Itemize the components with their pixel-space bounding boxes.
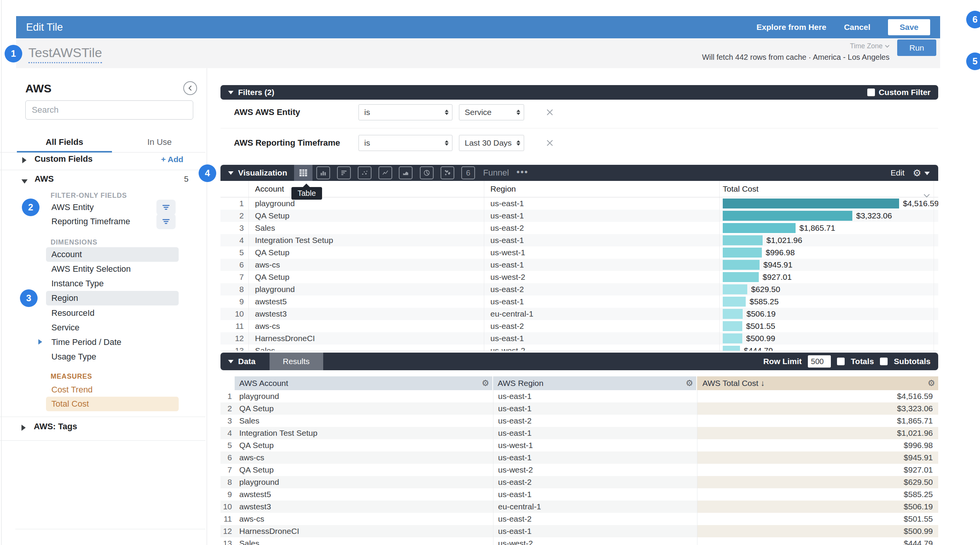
filters-section-header[interactable]: Filters (2) Custom Filter bbox=[220, 85, 938, 100]
table-row[interactable]: 3Salesus-east-2$1,865.71 bbox=[220, 415, 938, 427]
table-row[interactable]: 8playgroundus-east-2$629.50 bbox=[220, 476, 938, 488]
gear-icon[interactable]: ⚙ bbox=[913, 165, 921, 181]
viz-type-pie-chart-button[interactable] bbox=[420, 166, 434, 179]
viz-type-column-chart-button[interactable] bbox=[316, 166, 330, 179]
table-row[interactable]: 6aws-csus-east-1$945.91 bbox=[220, 451, 938, 464]
explore-from-here-button[interactable]: Explore from Here bbox=[756, 23, 826, 32]
table-row[interactable]: 4Integration Test Setupus-east-1$1,021.9… bbox=[220, 427, 938, 439]
viz-col-account[interactable]: Account bbox=[248, 181, 484, 197]
tab-in-use[interactable]: In Use bbox=[112, 132, 207, 153]
table-row[interactable]: 7QA Setupus-west-2$927.01 bbox=[220, 271, 938, 283]
table-row[interactable]: 8playgroundus-east-2$629.50 bbox=[220, 283, 938, 295]
table-row[interactable]: 1playgroundus-east-1$4,516.59 bbox=[220, 197, 938, 210]
filter-field-label: AWS AWS Entity bbox=[234, 103, 300, 122]
custom-filter-checkbox[interactable] bbox=[867, 89, 875, 96]
region-cell: us-east-1 bbox=[484, 210, 719, 222]
collapse-sidebar-button[interactable] bbox=[183, 81, 197, 95]
viz-type-bar-chart-button[interactable] bbox=[337, 166, 351, 179]
table-row[interactable]: 3Salesus-east-2$1,865.71 bbox=[220, 222, 938, 234]
custom-fields-expand-icon[interactable] bbox=[22, 156, 26, 165]
table-row[interactable]: 2QA Setupus-east-1$3,323.06 bbox=[220, 210, 938, 222]
sidebar-item-service[interactable]: Service bbox=[46, 320, 179, 335]
viz-settings-caret-icon[interactable] bbox=[924, 172, 930, 175]
totals-checkbox[interactable] bbox=[837, 358, 845, 365]
filter-toggle-reporting-timeframe[interactable] bbox=[156, 214, 176, 229]
viz-type-table-button[interactable] bbox=[294, 165, 312, 181]
filter-operator-select[interactable]: is bbox=[358, 135, 452, 151]
viz-col-region[interactable]: Region bbox=[484, 181, 719, 197]
table-row[interactable]: 11aws-csus-east-2$501.55 bbox=[220, 513, 938, 525]
table-row[interactable]: 12HarnessDroneCIus-east-1$500.99 bbox=[220, 525, 938, 537]
remove-filter-button[interactable] bbox=[542, 135, 558, 151]
data-section-header[interactable]: Data Results Row Limit Totals Subtotals bbox=[220, 353, 938, 370]
region-cell: us-east-2 bbox=[484, 283, 719, 295]
table-row[interactable]: 6aws-csus-east-1$945.91 bbox=[220, 259, 938, 271]
sidebar-item-cost-trend[interactable]: Cost Trend bbox=[46, 382, 179, 397]
sidebar-item-region[interactable]: Region bbox=[46, 291, 179, 305]
sidebar-group-aws-tags[interactable]: AWS: Tags bbox=[34, 422, 77, 432]
row-limit-input[interactable] bbox=[808, 355, 831, 368]
gear-icon[interactable]: ⚙ bbox=[686, 376, 693, 390]
viz-type-map-button[interactable] bbox=[441, 166, 454, 179]
table-row[interactable]: 4Integration Test Setupus-east-1$1,021.9… bbox=[220, 234, 938, 246]
data-col-aws-region[interactable]: AWS Region⚙ bbox=[493, 376, 697, 390]
viz-type-single-value-button[interactable]: 6 bbox=[461, 166, 475, 179]
filter-toggle-aws-entity[interactable] bbox=[156, 200, 176, 215]
time-zone-dropdown[interactable]: Time Zone bbox=[850, 42, 890, 50]
cost-value: $1,021.96 bbox=[766, 234, 802, 246]
table-row[interactable]: 9awstest5us-east-1$585.25 bbox=[220, 295, 938, 308]
custom-fields-group[interactable]: Custom Fields bbox=[35, 154, 93, 164]
save-button[interactable]: Save bbox=[888, 19, 930, 35]
table-row[interactable]: 7QA Setupus-west-2$927.01 bbox=[220, 464, 938, 476]
visualization-section-header[interactable]: Visualization 6 Funnel ••• Edit ⚙ bbox=[220, 165, 938, 181]
table-row[interactable]: 9awstest5us-east-1$585.25 bbox=[220, 488, 938, 501]
table-row[interactable]: 13Salesus-west-2$444.79 bbox=[220, 537, 938, 545]
gear-icon[interactable]: ⚙ bbox=[927, 376, 935, 390]
cancel-button[interactable]: Cancel bbox=[844, 23, 870, 32]
sidebar-item-resourceid[interactable]: ResourceId bbox=[46, 306, 179, 320]
table-row[interactable]: 2QA Setupus-east-1$3,323.06 bbox=[220, 402, 938, 415]
viz-edit-button[interactable]: Edit bbox=[891, 165, 904, 181]
table-row[interactable]: 10awstest3eu-central-1$506.19 bbox=[220, 308, 938, 320]
table-row[interactable]: 11aws-csus-east-2$501.55 bbox=[220, 320, 938, 332]
filter-value-select[interactable]: Last 30 Days bbox=[459, 135, 524, 151]
sidebar-item-total-cost[interactable]: Total Cost bbox=[46, 397, 179, 411]
aws-tags-expand-icon[interactable] bbox=[21, 424, 26, 433]
add-custom-field-button[interactable]: + Add bbox=[161, 155, 183, 164]
tab-results[interactable]: Results bbox=[270, 353, 323, 370]
sidebar-item-time-period-date[interactable]: Time Period / Date bbox=[46, 335, 179, 350]
viz-type-line-chart-button[interactable] bbox=[378, 166, 392, 179]
table-row[interactable]: 10awstest3eu-central-1$506.19 bbox=[220, 501, 938, 513]
gear-icon[interactable]: ⚙ bbox=[482, 376, 489, 390]
sidebar-item-usage-type[interactable]: Usage Type bbox=[46, 350, 179, 364]
sidebar-item-aws-entity-selection[interactable]: AWS Entity Selection bbox=[46, 262, 179, 276]
sidebar-item-account[interactable]: Account bbox=[46, 247, 179, 262]
viz-type-funnel-button[interactable]: Funnel bbox=[483, 165, 509, 181]
viz-type-scatter-button[interactable] bbox=[358, 166, 372, 179]
remove-filter-button[interactable] bbox=[542, 104, 558, 120]
table-row[interactable]: 5QA Setupus-west-1$996.98 bbox=[220, 439, 938, 451]
filter-value-select[interactable]: Service bbox=[459, 104, 524, 120]
sidebar-item-instance-type[interactable]: Instance Type bbox=[46, 276, 179, 291]
tile-name-input[interactable]: TestAWSTile bbox=[28, 45, 102, 63]
row-number: 11 bbox=[220, 513, 235, 525]
table-row[interactable]: 1playgroundus-east-1$4,516.59 bbox=[220, 390, 938, 402]
tab-all-fields[interactable]: All Fields bbox=[17, 132, 112, 153]
table-row[interactable]: 13Salesus-west-2$444.79 bbox=[220, 345, 938, 351]
time-period-expand-icon[interactable] bbox=[38, 337, 42, 346]
sidebar-group-aws[interactable]: AWS bbox=[35, 174, 54, 184]
data-col-aws-total-cost[interactable]: AWS Total Cost ↓⚙ bbox=[697, 376, 938, 390]
viz-type-area-chart-button[interactable] bbox=[399, 166, 413, 179]
subtotals-checkbox[interactable] bbox=[880, 358, 888, 365]
data-col-aws-account[interactable]: AWS Account⚙ bbox=[235, 376, 493, 390]
filter-operator-select[interactable]: is bbox=[358, 104, 452, 120]
viz-more-options-button[interactable]: ••• bbox=[516, 165, 528, 181]
search-input[interactable] bbox=[25, 100, 193, 120]
table-row[interactable]: 12HarnessDroneCIus-east-1$500.99 bbox=[220, 332, 938, 345]
table-row[interactable]: 5QA Setupus-west-1$996.98 bbox=[220, 246, 938, 259]
total-cost-cell: $996.98 bbox=[697, 439, 938, 451]
viz-col-total-cost[interactable]: Total Cost bbox=[719, 181, 938, 197]
region-cell: us-east-1 bbox=[484, 197, 719, 210]
aws-group-collapse-icon[interactable] bbox=[21, 176, 28, 185]
run-button[interactable]: Run bbox=[897, 39, 936, 56]
